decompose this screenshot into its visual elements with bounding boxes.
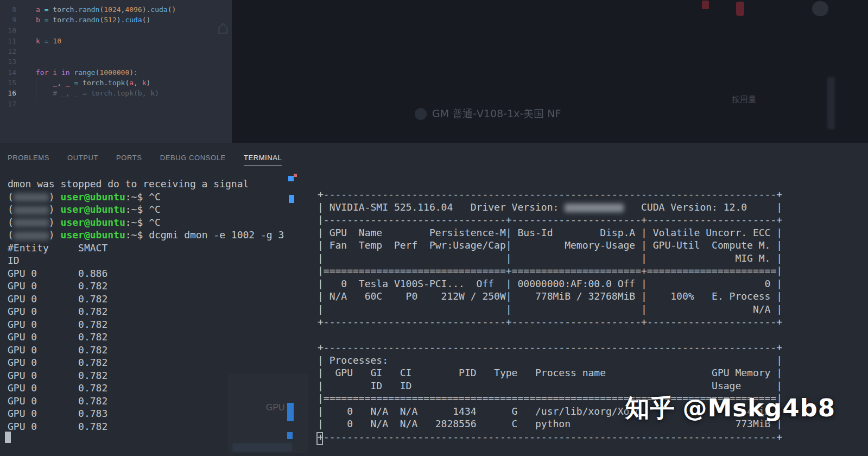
terminal-line: | | | N/A | (318, 303, 782, 316)
terminal-line: | Fan Temp Perf Pwr:Usage/Cap| Memory-Us… (318, 239, 782, 252)
panel-tabs: PROBLEMSOUTPUTPORTSDEBUG CONSOLETERMINAL (8, 154, 282, 166)
terminal-line: | Processes: | (318, 354, 782, 367)
terminal-line: | NVIDIA-SMI 525.116.04 Driver Version: … (318, 201, 782, 214)
tab-problems[interactable]: PROBLEMS (8, 154, 49, 166)
terminal-line: GPU 0 0.782 (8, 305, 284, 318)
code-text: b = torch.randn(512).cuda() (36, 15, 150, 25)
terminal-line: GPU 0 0.782 (8, 369, 284, 382)
terminal-line: +---------------------------------------… (318, 430, 782, 444)
ruler-mark-blue3 (287, 432, 293, 439)
terminal-line: GPU 0 0.782 (8, 395, 284, 408)
terminal-line: GPU 0 0.782 (8, 331, 284, 344)
terminal-line: dmon was stopped do to receiving a signa… (8, 178, 284, 191)
terminal-line: GPU 0 0.783 (8, 407, 284, 420)
ruler-mark-blue (288, 176, 294, 181)
terminal-left-lines: dmon was stopped do to receiving a signa… (8, 178, 284, 433)
terminal-line: +-------------------------------+-------… (318, 315, 782, 328)
code-line: 13 (0, 56, 176, 67)
home-icon: ⌂ (217, 16, 229, 39)
terminal-line: GPU 0 0.782 (8, 356, 284, 369)
code-text: # _, _ = torch.topk(b, k) (36, 88, 159, 98)
line-number: 17 (0, 99, 16, 109)
tab-ports[interactable]: PORTS (116, 154, 142, 166)
terminal-line: GPU 0 0.782 (8, 280, 284, 293)
redacted-env-name (14, 193, 49, 201)
vscode-window: ⌂ GM 普通-V108-1x-美国 NF 按用量 8a = torch.ran… (0, 0, 868, 456)
terminal-line: ID (8, 254, 284, 267)
ghost-red-badge2-icon (736, 2, 744, 16)
code-line: 15 _, _ = torch.topk(a, k) (0, 78, 176, 88)
terminal-line: | 0 Tesla V100S-PCI... Off | 00000000:AF… (318, 277, 782, 290)
terminal-line: | GPU GI CI PID Type Process name GPU Me… (318, 366, 782, 379)
line-number: 11 (0, 36, 16, 46)
terminal-line: () user@ubuntu:~$ ^C (8, 203, 284, 216)
code-text: _, _ = torch.topk(a, k) (36, 78, 150, 88)
terminal-line: | N/A 60C P0 212W / 250W| 778MiB / 32768… (318, 290, 782, 303)
terminal-line: |===============================+=======… (318, 264, 782, 277)
terminal-line: | | | MIG M. | (318, 252, 782, 265)
terminal-scrollbar-thumb[interactable] (287, 403, 294, 421)
line-number: 15 (0, 78, 16, 88)
line-number: 10 (0, 26, 16, 36)
terminal-line: +---------------------------------------… (318, 341, 782, 354)
terminal-line: () user@ubuntu:~$ dcgmi dmon -e 1002 -g … (8, 229, 284, 242)
line-number: 14 (0, 67, 16, 78)
code-line: 9b = torch.randn(512).cuda() (0, 15, 176, 25)
terminal-left-cursor (5, 432, 11, 443)
code-line: 17 (0, 99, 176, 109)
code-line: 11k = 10 (0, 36, 176, 46)
code-text: for i in range(1000000): (36, 67, 138, 78)
code-text: k = 10 (36, 36, 61, 46)
ghost-side-widget (827, 77, 835, 129)
watermark-brand: 知乎 (625, 394, 675, 422)
terminal-line: () user@ubuntu:~$ ^C (8, 191, 284, 204)
code-editor[interactable]: ⌂ GM 普通-V108-1x-美国 NF 按用量 8a = torch.ran… (0, 0, 868, 143)
redacted-env-name (14, 206, 49, 214)
ghost-instance-icon (415, 108, 427, 120)
terminal-line: GPU 0 0.886 (8, 267, 284, 280)
redacted-env-name (14, 219, 49, 227)
ghost-red-badge-icon (702, 1, 709, 9)
terminal-line: #Entity SMACT (8, 242, 284, 255)
code-line: 14for i in range(1000000): (0, 67, 176, 78)
terminal-line: GPU 0 0.782 (8, 293, 284, 306)
terminal-line: GPU 0 0.782 (8, 420, 284, 433)
code-line: 12 (0, 46, 176, 56)
terminal-line: +---------------------------------------… (318, 188, 782, 201)
redacted-driver-version (565, 204, 623, 212)
code-line: 16 # _, _ = torch.topk(b, k) (0, 88, 176, 98)
terminal-line: |-------------------------------+-------… (318, 213, 782, 226)
terminal-left[interactable]: dmon was stopped do to receiving a signa… (8, 178, 284, 433)
terminal-line: GPU 0 0.782 (8, 318, 284, 331)
terminal-line: GPU 0 0.782 (8, 344, 284, 357)
code-line: 10 (0, 26, 176, 36)
ghost-instance-title: GM 普通-V108-1x-美国 NF (415, 107, 561, 121)
tab-debug-console[interactable]: DEBUG CONSOLE (160, 154, 226, 166)
ghost-instance-label: GM 普通-V108-1x-美国 NF (432, 107, 561, 121)
terminal-line: () user@ubuntu:~$ ^C (8, 216, 284, 229)
background-overlay (232, 0, 868, 143)
ghost-usage-label: 按用量 (732, 94, 756, 105)
watermark-handle: @Mskg4b8 (682, 394, 835, 422)
terminal-line: | ID ID Usage | (318, 379, 782, 392)
line-number: 8 (0, 4, 16, 15)
ruler-mark-blue2 (289, 195, 294, 203)
terminal-line: GPU 0 0.782 (8, 382, 284, 395)
terminal-right-cursor (316, 432, 323, 445)
line-number: 9 (0, 15, 16, 25)
terminal-line (318, 328, 782, 341)
terminal-line: | GPU Name Persistence-M| Bus-Id Disp.A … (318, 226, 782, 239)
ghost-avatar (812, 1, 828, 16)
ruler-mark-red (294, 174, 297, 177)
code-text: a = torch.randn(1024,4096).cuda() (36, 4, 176, 15)
redacted-env-name (14, 232, 49, 240)
tab-terminal[interactable]: TERMINAL (244, 154, 282, 166)
line-number: 13 (0, 56, 16, 67)
code-lines: 8a = torch.randn(1024,4096).cuda()9b = t… (0, 4, 176, 109)
watermark: 知乎@Mskg4b8 (625, 392, 835, 425)
code-line: 8a = torch.randn(1024,4096).cuda() (0, 4, 176, 15)
line-number: 16 (0, 88, 16, 98)
tab-output[interactable]: OUTPUT (67, 154, 98, 166)
line-number: 12 (0, 46, 16, 56)
ghost-taskbar-item (232, 443, 292, 452)
